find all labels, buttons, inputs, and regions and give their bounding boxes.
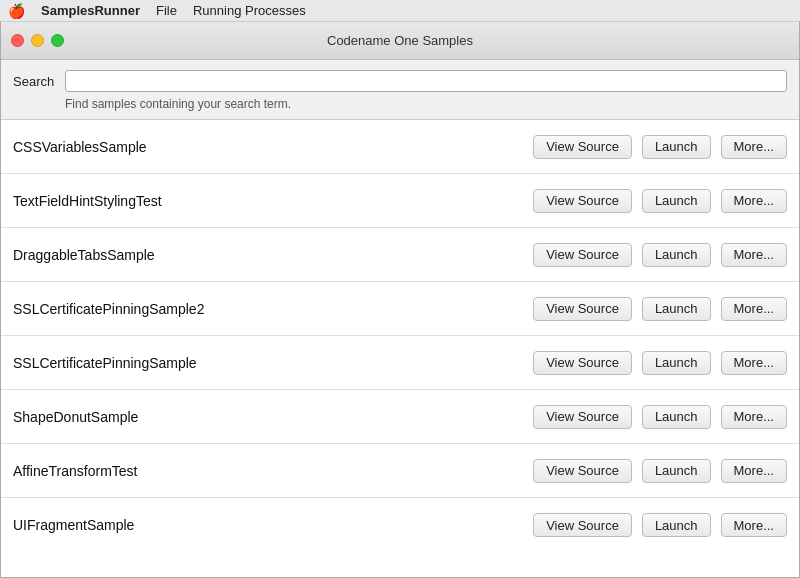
table-row: ShapeDonutSampleView SourceLaunchMore... <box>1 390 799 444</box>
more-button[interactable]: More... <box>721 135 787 159</box>
apple-menu[interactable]: 🍎 <box>8 3 25 19</box>
launch-button[interactable]: Launch <box>642 135 711 159</box>
sample-name: SSLCertificatePinningSample <box>13 355 523 371</box>
search-row: Search <box>13 70 787 92</box>
search-input[interactable] <box>65 70 787 92</box>
more-button[interactable]: More... <box>721 513 787 537</box>
view-source-button[interactable]: View Source <box>533 513 632 537</box>
table-row: DraggableTabsSampleView SourceLaunchMore… <box>1 228 799 282</box>
maximize-button[interactable] <box>51 34 64 47</box>
view-source-button[interactable]: View Source <box>533 189 632 213</box>
view-source-button[interactable]: View Source <box>533 405 632 429</box>
sample-name: ShapeDonutSample <box>13 409 523 425</box>
more-button[interactable]: More... <box>721 351 787 375</box>
more-button[interactable]: More... <box>721 189 787 213</box>
sample-list: CSSVariablesSampleView SourceLaunchMore.… <box>1 120 799 577</box>
table-row: UIFragmentSampleView SourceLaunchMore... <box>1 498 799 552</box>
app-name[interactable]: SamplesRunner <box>41 3 140 18</box>
table-row: TextFieldHintStylingTestView SourceLaunc… <box>1 174 799 228</box>
launch-button[interactable]: Launch <box>642 297 711 321</box>
view-source-button[interactable]: View Source <box>533 351 632 375</box>
minimize-button[interactable] <box>31 34 44 47</box>
view-source-button[interactable]: View Source <box>533 135 632 159</box>
main-window: Codename One Samples Search Find samples… <box>0 22 800 578</box>
sample-name: CSSVariablesSample <box>13 139 523 155</box>
launch-button[interactable]: Launch <box>642 459 711 483</box>
file-menu[interactable]: File <box>156 3 177 18</box>
search-hint: Find samples containing your search term… <box>13 97 787 111</box>
search-area: Search Find samples containing your sear… <box>1 60 799 120</box>
menu-bar: 🍎 SamplesRunner File Running Processes <box>0 0 800 22</box>
sample-name: AffineTransformTest <box>13 463 523 479</box>
close-button[interactable] <box>11 34 24 47</box>
sample-name: TextFieldHintStylingTest <box>13 193 523 209</box>
sample-name: DraggableTabsSample <box>13 247 523 263</box>
view-source-button[interactable]: View Source <box>533 243 632 267</box>
more-button[interactable]: More... <box>721 405 787 429</box>
table-row: SSLCertificatePinningSample2View SourceL… <box>1 282 799 336</box>
view-source-button[interactable]: View Source <box>533 459 632 483</box>
window-title: Codename One Samples <box>327 33 473 48</box>
table-row: AffineTransformTestView SourceLaunchMore… <box>1 444 799 498</box>
running-processes-menu[interactable]: Running Processes <box>193 3 306 18</box>
window-controls <box>11 34 64 47</box>
search-label: Search <box>13 74 57 89</box>
launch-button[interactable]: Launch <box>642 405 711 429</box>
table-row: SSLCertificatePinningSampleView SourceLa… <box>1 336 799 390</box>
sample-name: UIFragmentSample <box>13 517 523 533</box>
more-button[interactable]: More... <box>721 243 787 267</box>
view-source-button[interactable]: View Source <box>533 297 632 321</box>
launch-button[interactable]: Launch <box>642 351 711 375</box>
launch-button[interactable]: Launch <box>642 243 711 267</box>
launch-button[interactable]: Launch <box>642 189 711 213</box>
more-button[interactable]: More... <box>721 459 787 483</box>
table-row: CSSVariablesSampleView SourceLaunchMore.… <box>1 120 799 174</box>
title-bar: Codename One Samples <box>1 22 799 60</box>
more-button[interactable]: More... <box>721 297 787 321</box>
launch-button[interactable]: Launch <box>642 513 711 537</box>
sample-name: SSLCertificatePinningSample2 <box>13 301 523 317</box>
